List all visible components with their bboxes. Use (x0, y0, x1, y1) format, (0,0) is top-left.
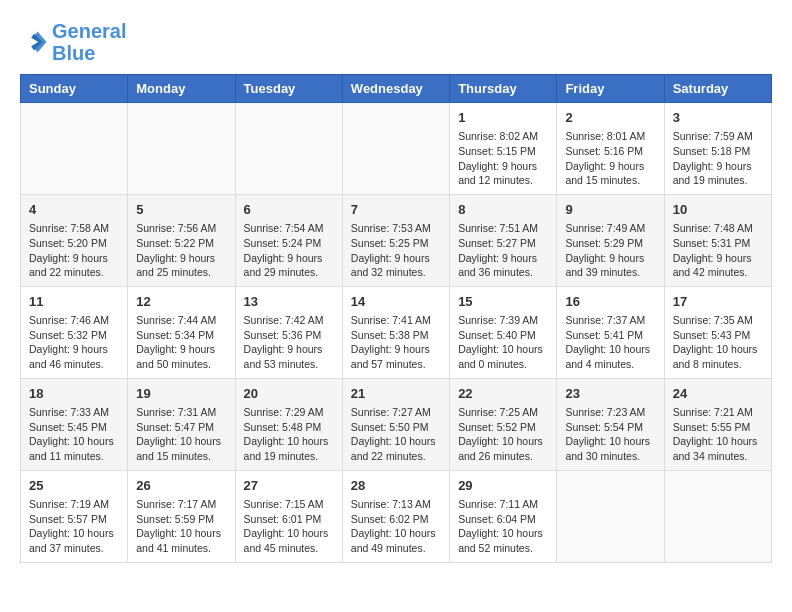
week-row-2: 4Sunrise: 7:58 AM Sunset: 5:20 PM Daylig… (21, 194, 772, 286)
calendar-cell (21, 103, 128, 195)
logo-blue: Blue (52, 42, 126, 64)
logo-icon (20, 28, 48, 56)
day-number: 25 (29, 477, 119, 495)
week-row-1: 1Sunrise: 8:02 AM Sunset: 5:15 PM Daylig… (21, 103, 772, 195)
calendar-cell: 27Sunrise: 7:15 AM Sunset: 6:01 PM Dayli… (235, 470, 342, 562)
day-info: Sunrise: 7:53 AM Sunset: 5:25 PM Dayligh… (351, 221, 441, 280)
calendar-cell: 14Sunrise: 7:41 AM Sunset: 5:38 PM Dayli… (342, 286, 449, 378)
day-number: 18 (29, 385, 119, 403)
day-number: 17 (673, 293, 763, 311)
calendar-cell: 5Sunrise: 7:56 AM Sunset: 5:22 PM Daylig… (128, 194, 235, 286)
day-info: Sunrise: 8:02 AM Sunset: 5:15 PM Dayligh… (458, 129, 548, 188)
calendar-cell: 16Sunrise: 7:37 AM Sunset: 5:41 PM Dayli… (557, 286, 664, 378)
day-info: Sunrise: 7:17 AM Sunset: 5:59 PM Dayligh… (136, 497, 226, 556)
calendar-cell: 25Sunrise: 7:19 AM Sunset: 5:57 PM Dayli… (21, 470, 128, 562)
calendar-body: 1Sunrise: 8:02 AM Sunset: 5:15 PM Daylig… (21, 103, 772, 563)
calendar-cell (235, 103, 342, 195)
column-header-thursday: Thursday (450, 75, 557, 103)
column-header-friday: Friday (557, 75, 664, 103)
day-info: Sunrise: 7:39 AM Sunset: 5:40 PM Dayligh… (458, 313, 548, 372)
logo: General Blue (20, 20, 126, 64)
day-info: Sunrise: 7:11 AM Sunset: 6:04 PM Dayligh… (458, 497, 548, 556)
column-header-wednesday: Wednesday (342, 75, 449, 103)
day-info: Sunrise: 7:58 AM Sunset: 5:20 PM Dayligh… (29, 221, 119, 280)
day-number: 20 (244, 385, 334, 403)
day-number: 22 (458, 385, 548, 403)
day-number: 15 (458, 293, 548, 311)
column-header-sunday: Sunday (21, 75, 128, 103)
column-header-tuesday: Tuesday (235, 75, 342, 103)
calendar-cell: 15Sunrise: 7:39 AM Sunset: 5:40 PM Dayli… (450, 286, 557, 378)
day-number: 11 (29, 293, 119, 311)
day-number: 5 (136, 201, 226, 219)
day-info: Sunrise: 7:21 AM Sunset: 5:55 PM Dayligh… (673, 405, 763, 464)
calendar-cell (557, 470, 664, 562)
calendar-cell: 9Sunrise: 7:49 AM Sunset: 5:29 PM Daylig… (557, 194, 664, 286)
week-row-3: 11Sunrise: 7:46 AM Sunset: 5:32 PM Dayli… (21, 286, 772, 378)
calendar-cell: 2Sunrise: 8:01 AM Sunset: 5:16 PM Daylig… (557, 103, 664, 195)
day-info: Sunrise: 7:23 AM Sunset: 5:54 PM Dayligh… (565, 405, 655, 464)
day-info: Sunrise: 7:44 AM Sunset: 5:34 PM Dayligh… (136, 313, 226, 372)
day-info: Sunrise: 7:41 AM Sunset: 5:38 PM Dayligh… (351, 313, 441, 372)
day-info: Sunrise: 7:29 AM Sunset: 5:48 PM Dayligh… (244, 405, 334, 464)
calendar-cell: 13Sunrise: 7:42 AM Sunset: 5:36 PM Dayli… (235, 286, 342, 378)
day-info: Sunrise: 7:51 AM Sunset: 5:27 PM Dayligh… (458, 221, 548, 280)
day-info: Sunrise: 7:46 AM Sunset: 5:32 PM Dayligh… (29, 313, 119, 372)
week-row-5: 25Sunrise: 7:19 AM Sunset: 5:57 PM Dayli… (21, 470, 772, 562)
calendar-cell: 1Sunrise: 8:02 AM Sunset: 5:15 PM Daylig… (450, 103, 557, 195)
day-number: 28 (351, 477, 441, 495)
week-row-4: 18Sunrise: 7:33 AM Sunset: 5:45 PM Dayli… (21, 378, 772, 470)
day-number: 29 (458, 477, 548, 495)
calendar-cell (128, 103, 235, 195)
column-header-saturday: Saturday (664, 75, 771, 103)
day-number: 12 (136, 293, 226, 311)
day-info: Sunrise: 7:31 AM Sunset: 5:47 PM Dayligh… (136, 405, 226, 464)
calendar-cell (342, 103, 449, 195)
day-number: 23 (565, 385, 655, 403)
day-info: Sunrise: 7:33 AM Sunset: 5:45 PM Dayligh… (29, 405, 119, 464)
day-info: Sunrise: 7:19 AM Sunset: 5:57 PM Dayligh… (29, 497, 119, 556)
day-number: 4 (29, 201, 119, 219)
calendar-cell: 10Sunrise: 7:48 AM Sunset: 5:31 PM Dayli… (664, 194, 771, 286)
day-number: 9 (565, 201, 655, 219)
day-number: 1 (458, 109, 548, 127)
day-info: Sunrise: 7:37 AM Sunset: 5:41 PM Dayligh… (565, 313, 655, 372)
day-number: 14 (351, 293, 441, 311)
day-info: Sunrise: 7:49 AM Sunset: 5:29 PM Dayligh… (565, 221, 655, 280)
day-number: 16 (565, 293, 655, 311)
day-info: Sunrise: 7:35 AM Sunset: 5:43 PM Dayligh… (673, 313, 763, 372)
calendar-cell: 29Sunrise: 7:11 AM Sunset: 6:04 PM Dayli… (450, 470, 557, 562)
calendar-cell: 12Sunrise: 7:44 AM Sunset: 5:34 PM Dayli… (128, 286, 235, 378)
calendar-cell: 23Sunrise: 7:23 AM Sunset: 5:54 PM Dayli… (557, 378, 664, 470)
day-number: 27 (244, 477, 334, 495)
day-info: Sunrise: 7:25 AM Sunset: 5:52 PM Dayligh… (458, 405, 548, 464)
day-number: 6 (244, 201, 334, 219)
calendar-cell: 18Sunrise: 7:33 AM Sunset: 5:45 PM Dayli… (21, 378, 128, 470)
day-number: 10 (673, 201, 763, 219)
calendar-cell: 11Sunrise: 7:46 AM Sunset: 5:32 PM Dayli… (21, 286, 128, 378)
calendar-cell: 26Sunrise: 7:17 AM Sunset: 5:59 PM Dayli… (128, 470, 235, 562)
calendar-cell: 4Sunrise: 7:58 AM Sunset: 5:20 PM Daylig… (21, 194, 128, 286)
day-number: 26 (136, 477, 226, 495)
calendar-header: SundayMondayTuesdayWednesdayThursdayFrid… (21, 75, 772, 103)
calendar-cell: 3Sunrise: 7:59 AM Sunset: 5:18 PM Daylig… (664, 103, 771, 195)
day-info: Sunrise: 7:42 AM Sunset: 5:36 PM Dayligh… (244, 313, 334, 372)
column-header-monday: Monday (128, 75, 235, 103)
calendar-cell: 17Sunrise: 7:35 AM Sunset: 5:43 PM Dayli… (664, 286, 771, 378)
logo-text: General Blue (52, 20, 126, 64)
day-info: Sunrise: 7:27 AM Sunset: 5:50 PM Dayligh… (351, 405, 441, 464)
day-info: Sunrise: 7:15 AM Sunset: 6:01 PM Dayligh… (244, 497, 334, 556)
day-number: 3 (673, 109, 763, 127)
day-number: 21 (351, 385, 441, 403)
day-number: 13 (244, 293, 334, 311)
day-number: 2 (565, 109, 655, 127)
calendar-cell: 24Sunrise: 7:21 AM Sunset: 5:55 PM Dayli… (664, 378, 771, 470)
day-info: Sunrise: 7:56 AM Sunset: 5:22 PM Dayligh… (136, 221, 226, 280)
calendar-table: SundayMondayTuesdayWednesdayThursdayFrid… (20, 74, 772, 563)
logo-general: General (52, 20, 126, 42)
day-info: Sunrise: 7:13 AM Sunset: 6:02 PM Dayligh… (351, 497, 441, 556)
day-info: Sunrise: 7:54 AM Sunset: 5:24 PM Dayligh… (244, 221, 334, 280)
day-number: 8 (458, 201, 548, 219)
day-info: Sunrise: 8:01 AM Sunset: 5:16 PM Dayligh… (565, 129, 655, 188)
calendar-cell: 21Sunrise: 7:27 AM Sunset: 5:50 PM Dayli… (342, 378, 449, 470)
